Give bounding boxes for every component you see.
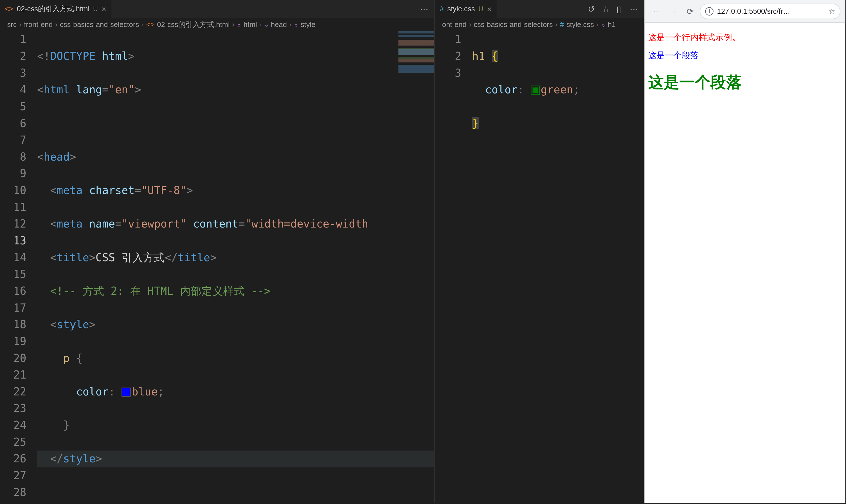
symbol-icon: ⬨ xyxy=(601,20,605,29)
git-status: U xyxy=(93,5,98,13)
preview-p1: 这是一个行内样式示例。 xyxy=(648,32,842,43)
breadcrumb[interactable]: ont-end› css-basics-and-selectors› #styl… xyxy=(435,18,644,31)
nav-back-icon[interactable]: ← xyxy=(649,6,664,16)
symbol-icon: ⬨ xyxy=(264,20,269,29)
tab-actions: ↺ ⑃ ▯ ⋯ xyxy=(582,4,644,14)
reload-icon[interactable]: ⟳ xyxy=(683,6,697,16)
browser-viewport[interactable]: 这是一个行内样式示例。 这是一个段落 这是一个段落 xyxy=(645,23,845,503)
line-gutter: 1234567891011121314151617181920212223242… xyxy=(0,31,37,503)
nav-forward-icon[interactable]: → xyxy=(666,6,681,16)
color-swatch-icon xyxy=(530,86,539,95)
symbol-icon: ⬨ xyxy=(237,20,241,29)
tab-bar: <> 02-css的引入方式.html U × ⋯ xyxy=(0,0,434,18)
html-icon: <> xyxy=(146,20,155,29)
line-gutter: 123 xyxy=(435,31,472,503)
url-text: 127.0.0.1:5500/src/fr… xyxy=(717,7,790,15)
close-icon[interactable]: × xyxy=(102,5,106,13)
go-back-icon[interactable]: ↺ xyxy=(588,4,595,14)
browser-preview: ← → ⟳ i 127.0.0.1:5500/src/fr… ☆ 这是一个行内样… xyxy=(644,0,845,503)
split-editor-icon[interactable]: ▯ xyxy=(616,4,621,14)
more-actions-icon[interactable]: ⋯ xyxy=(630,4,638,14)
tab-label: style.css xyxy=(447,5,475,13)
bookmark-icon[interactable]: ☆ xyxy=(829,7,835,15)
code-body[interactable]: <!DOCTYPE html> <html lang="en"> <head> … xyxy=(37,31,434,503)
site-info-icon[interactable]: i xyxy=(705,7,714,15)
git-status: U xyxy=(479,5,483,13)
preview-h1: 这是一个段落 xyxy=(648,72,842,93)
more-actions-icon[interactable]: ⋯ xyxy=(420,4,428,14)
tab-label: 02-css的引入方式.html xyxy=(17,4,89,14)
symbol-icon: ⬨ xyxy=(294,20,298,29)
tab-html-file[interactable]: <> 02-css的引入方式.html U × xyxy=(0,0,112,18)
preview-p2: 这是一个段落 xyxy=(648,50,842,61)
code-editor[interactable]: 123 h1 { color: green; } xyxy=(435,31,644,503)
css-icon: # xyxy=(439,5,444,13)
editor-pane-right: # style.css U × ↺ ⑃ ▯ ⋯ ont-end› css-bas… xyxy=(435,0,644,503)
color-swatch-icon xyxy=(122,388,130,397)
tab-actions: ⋯ xyxy=(414,4,434,14)
tab-bar: # style.css U × ↺ ⑃ ▯ ⋯ xyxy=(435,0,644,18)
breadcrumb[interactable]: src› front-end› css-basics-and-selectors… xyxy=(0,18,434,31)
code-body[interactable]: h1 { color: green; } xyxy=(472,31,644,503)
html-icon: <> xyxy=(5,5,13,13)
code-editor[interactable]: 1234567891011121314151617181920212223242… xyxy=(0,31,434,503)
close-icon[interactable]: × xyxy=(487,5,492,13)
tab-css-file[interactable]: # style.css U × xyxy=(435,0,497,18)
editor-pane-left: <> 02-css的引入方式.html U × ⋯ src› front-end… xyxy=(0,0,435,503)
url-bar[interactable]: i 127.0.0.1:5500/src/fr… ☆ xyxy=(700,3,841,19)
browser-toolbar: ← → ⟳ i 127.0.0.1:5500/src/fr… ☆ xyxy=(645,0,845,23)
css-icon: # xyxy=(560,20,564,29)
diff-icon[interactable]: ⑃ xyxy=(603,4,608,14)
